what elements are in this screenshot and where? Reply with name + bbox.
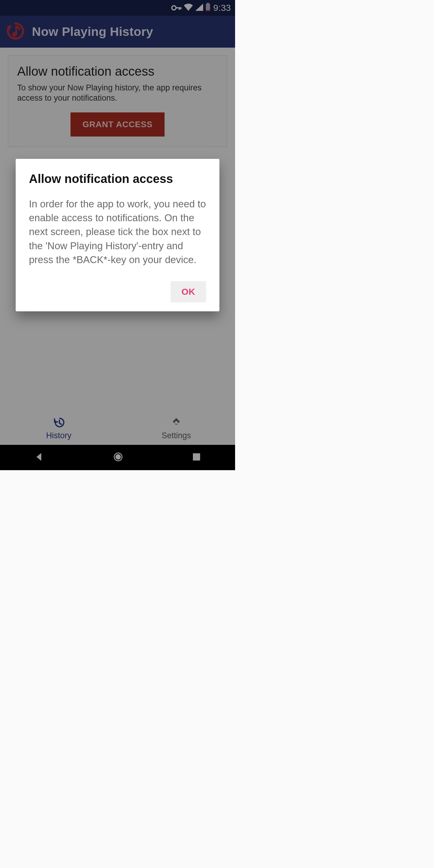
notification-access-dialog: Allow notification access In order for t… <box>16 159 219 311</box>
dialog-scrim[interactable]: Allow notification access In order for t… <box>0 0 235 470</box>
dialog-ok-button[interactable]: OK <box>170 281 206 302</box>
dialog-body: In order for the app to work, you need t… <box>29 197 206 267</box>
dialog-title: Allow notification access <box>29 172 206 186</box>
